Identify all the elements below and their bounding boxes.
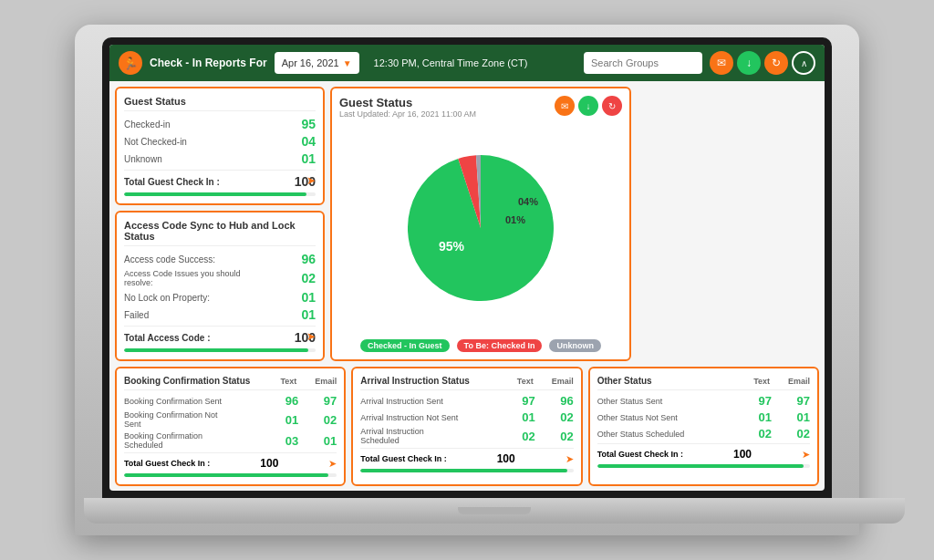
- other-not-sent-label: Other Status Not Sent: [597, 413, 698, 422]
- arrival-sent-row: Arrival Instruction Sent 97 96: [360, 394, 573, 408]
- guest-status-title: Guest Status: [124, 96, 316, 111]
- header-actions: ✉ ↓ ↻ ∧: [710, 51, 815, 75]
- other-status-card: Other Status Text Email Other Status Sen…: [588, 367, 819, 486]
- access-success-row: Access code Success: 96: [124, 252, 316, 266]
- laptop-base: [84, 498, 905, 524]
- access-progress-bar: [124, 348, 308, 352]
- date-value: Apr 16, 2021: [282, 57, 339, 68]
- access-issues-row: Access Code Issues you should resolve: 0…: [124, 269, 316, 287]
- access-total-row: Total Access Code : 100 ➤: [124, 326, 316, 345]
- booking-progress-bar: [124, 473, 328, 477]
- booking-sent-row: Booking Confirmation Sent 96 97: [124, 394, 337, 408]
- access-link-icon[interactable]: ➤: [306, 330, 316, 343]
- booking-scheduled-label: Booking Confirmation Scheduled: [124, 431, 224, 450]
- other-not-sent-values: 01 01: [752, 410, 810, 424]
- chart-actions: ✉ ↓ ↻: [555, 96, 622, 116]
- booking-col-text: Text: [280, 377, 296, 386]
- other-sent-text: 97: [752, 394, 772, 408]
- booking-scheduled-values: 03 01: [278, 434, 337, 448]
- refresh-btn[interactable]: ↻: [764, 51, 788, 75]
- arrival-not-sent-label: Arrival Instruction Not Sent: [360, 413, 461, 422]
- chart-dl-btn[interactable]: ↓: [578, 96, 598, 116]
- legend-checked-in-label: Checked - In Guest: [368, 341, 442, 350]
- header-time: 12:30 PM, Central Time Zone (CT): [367, 57, 576, 68]
- arrival-not-sent-email: 02: [554, 410, 574, 424]
- booking-not-sent-row: Booking Confirmation Not Sent 01 02: [124, 410, 337, 429]
- booking-scheduled-email: 01: [317, 434, 337, 448]
- legend-checked-in: Checked - In Guest: [360, 339, 450, 352]
- other-progress-container: [597, 464, 810, 468]
- other-scheduled-email: 02: [790, 427, 810, 441]
- arrival-title: Arrival Instruction Status: [360, 376, 469, 386]
- legend-unknown-label: Unknown: [556, 341, 594, 350]
- access-success-label: Access code Success:: [124, 254, 215, 264]
- booking-total-value: 100: [260, 457, 278, 470]
- arrival-col-labels: Text Email: [517, 377, 574, 386]
- pie-label-green: 95%: [439, 239, 465, 254]
- arrival-not-sent-row: Arrival Instruction Not Sent 01 02: [360, 410, 573, 424]
- booking-col-email: Email: [315, 377, 337, 386]
- arrival-sent-email: 96: [554, 394, 574, 408]
- arrival-instruction-card: Arrival Instruction Status Text Email Ar…: [351, 367, 582, 486]
- booking-total-row: Total Guest Check In : 100 ➤: [124, 452, 337, 470]
- other-progress-bar: [597, 464, 804, 468]
- arrival-scheduled-email: 02: [554, 430, 574, 443]
- not-checked-in-row: Not Checked-in 04: [124, 134, 316, 149]
- legend-to-be-checked: To Be: Checked In: [457, 339, 543, 352]
- guest-status-card: Guest Status Checked-in 95 Not Checked-i…: [115, 87, 325, 205]
- other-link-icon[interactable]: ➤: [802, 449, 810, 461]
- bottom-cards: Booking Confirmation Status Text Email B…: [115, 367, 819, 486]
- chart-ref-btn[interactable]: ↻: [602, 96, 622, 116]
- access-success-value: 96: [301, 252, 316, 266]
- booking-not-sent-text: 01: [278, 413, 298, 427]
- pie-label-gray: 01%: [505, 214, 525, 225]
- booking-header: Booking Confirmation Status Text Email: [124, 376, 337, 390]
- booking-progress-container: [124, 473, 337, 477]
- access-code-title: Access Code Sync to Hub and Lock Status: [124, 220, 316, 246]
- laptop-notch: [458, 507, 531, 514]
- other-header: Other Status Text Email: [597, 376, 810, 390]
- arrival-scheduled-label: Arrival Instruction Scheduled: [360, 427, 461, 445]
- other-scheduled-row: Other Status Scheduled 02 02: [597, 427, 810, 441]
- guest-total-label: Total Guest Check In :: [124, 177, 220, 187]
- download-btn[interactable]: ↓: [737, 51, 761, 75]
- pie-chart: 95% 04% 01%: [380, 137, 581, 319]
- other-sent-row: Other Status Sent 97 97: [597, 394, 810, 408]
- other-total-row: Total Guest Check In : 100 ➤: [597, 443, 810, 461]
- not-checked-in-value: 04: [301, 134, 316, 149]
- other-not-sent-text: 01: [752, 410, 772, 424]
- other-not-sent-email: 01: [790, 410, 810, 424]
- checked-in-row: Checked-in 95: [124, 117, 316, 131]
- arrival-col-text: Text: [517, 377, 534, 386]
- other-col-labels: Text Email: [753, 377, 810, 386]
- arrival-link-icon[interactable]: ➤: [566, 453, 574, 465]
- other-total-value: 100: [733, 448, 752, 461]
- booking-sent-label: Booking Confirmation Sent: [124, 397, 224, 406]
- search-groups-input[interactable]: [584, 52, 702, 74]
- other-not-sent-row: Other Status Not Sent 01 01: [597, 410, 810, 424]
- chart-header: Guest Status Last Updated: Apr 16, 2021 …: [339, 96, 622, 119]
- other-scheduled-label: Other Status Scheduled: [597, 430, 698, 439]
- guest-progress-bar-container: [124, 192, 316, 196]
- message-btn[interactable]: ✉: [710, 51, 733, 75]
- arrival-header: Arrival Instruction Status Text Email: [360, 376, 573, 390]
- booking-link-icon[interactable]: ➤: [328, 458, 337, 470]
- arrival-total-value: 100: [497, 452, 515, 465]
- arrival-sent-label: Arrival Instruction Sent: [360, 397, 461, 406]
- date-selector[interactable]: Apr 16, 2021 ▼: [275, 52, 359, 74]
- booking-not-sent-email: 02: [317, 413, 337, 427]
- other-col-email: Email: [788, 377, 810, 386]
- arrival-progress-bar: [360, 469, 566, 472]
- failed-row: Failed 01: [124, 307, 316, 322]
- arrival-col-email: Email: [552, 377, 574, 386]
- booking-sent-email: 97: [317, 394, 337, 408]
- main-content: Guest Status Checked-in 95 Not Checked-i…: [109, 81, 825, 491]
- arrival-scheduled-text: 02: [515, 430, 535, 443]
- collapse-btn[interactable]: ∧: [792, 51, 815, 75]
- chart-msg-btn[interactable]: ✉: [555, 96, 575, 116]
- access-progress-bar-container: [124, 348, 316, 352]
- legend-to-be-label: To Be: Checked In: [464, 341, 535, 350]
- other-sent-email: 97: [790, 394, 810, 408]
- guest-link-icon[interactable]: ➤: [306, 174, 316, 187]
- pie-label-red: 04%: [518, 196, 538, 207]
